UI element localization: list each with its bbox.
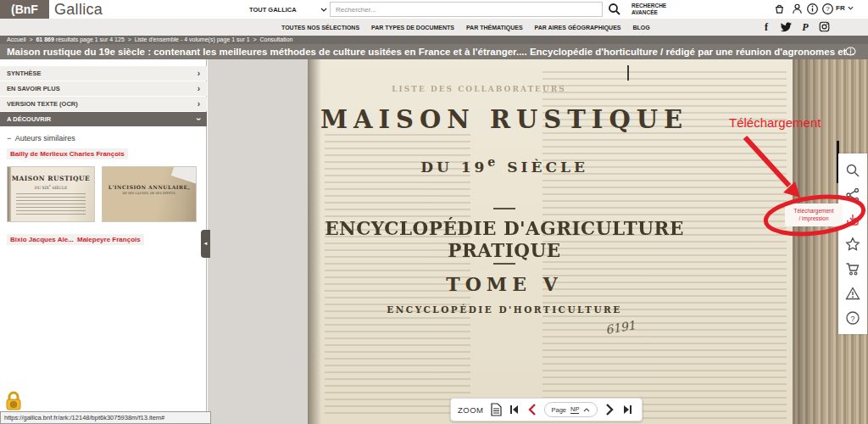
sidebar-section-label: EN SAVOIR PLUS	[7, 85, 60, 92]
chevron-down-icon	[320, 8, 327, 12]
scan-main-title: MAISON RUSTIQUE	[314, 105, 695, 134]
download-icon[interactable]	[845, 212, 860, 227]
scan-tome: TOME V	[314, 273, 695, 295]
facebook-icon[interactable]: f	[760, 21, 772, 33]
first-page-button[interactable]	[509, 403, 520, 416]
sidebar-section-label: SYNTHÈSE	[7, 70, 41, 77]
language-label: FR	[836, 4, 845, 12]
sidebar-section-en-savoir-plus[interactable]: EN SAVOIR PLUS ›	[0, 81, 207, 96]
twitter-icon[interactable]	[780, 21, 792, 33]
nav-item-aires[interactable]: PAR AIRES GÉOGRAPHIQUES	[535, 25, 621, 31]
decorative-rule	[314, 252, 695, 268]
share-icon[interactable]	[845, 187, 860, 203]
advanced-search-link[interactable]: RECHERCHE AVANCÉE	[632, 3, 666, 15]
scan-subtitle: DU 19e SIÈCLE	[314, 155, 695, 176]
author-link-malepeyre[interactable]: Malepeyre François	[74, 234, 144, 245]
zoom-button[interactable]: ZOOM	[458, 405, 484, 415]
chevron-right-icon: ›	[198, 97, 200, 111]
nav-item-selections[interactable]: TOUTES NOS SÉLECTIONS	[281, 25, 359, 31]
minus-icon: −	[7, 134, 11, 142]
chevron-right-icon: ›	[198, 81, 200, 96]
gallica-brand[interactable]: Gallica	[54, 0, 103, 19]
next-page-button[interactable]	[604, 403, 615, 416]
author-link-bixio[interactable]: Bixio Jacques Ale...	[7, 234, 77, 245]
breadcrumb-sep: >	[29, 36, 32, 42]
page-label: Page	[552, 406, 567, 414]
chevron-down-icon	[848, 6, 854, 10]
gallica-page: (BnF Gallica TOUT GALLICA RECHERCHE AVAN…	[0, 0, 868, 424]
thumbnails-icon[interactable]	[491, 403, 502, 416]
sidebar: SYNTHÈSE › EN SAVOIR PLUS › VERSION TEXT…	[0, 59, 207, 424]
header: (BnF Gallica TOUT GALLICA RECHERCHE AVAN…	[0, 0, 868, 19]
help-icon[interactable]: ?	[821, 3, 835, 16]
svg-text:?: ?	[826, 5, 830, 13]
related-thumbnail-incision-annulaire[interactable]: L'INCISION ANNULAIRE, DE SES CAUSES, DE …	[102, 166, 197, 222]
sidebar-section-synthese[interactable]: SYNTHÈSE ›	[0, 66, 207, 81]
download-tooltip-line1: Téléchargement	[785, 207, 843, 215]
thumbnail-subtitle: DU XIXe SIÈCLE	[8, 184, 94, 190]
breadcrumb-count: 61 869	[36, 36, 53, 42]
author-link-bailly[interactable]: Bailly de Merlieux Charles François	[7, 148, 128, 159]
last-page-button[interactable]	[621, 403, 633, 416]
notice-info-icon[interactable]	[845, 47, 856, 56]
download-tooltip-line2: / impression	[785, 215, 843, 222]
breadcrumb-results[interactable]: résultats page 1 sur 4 125	[56, 36, 125, 42]
scope-select[interactable]: TOUT GALLICA	[249, 3, 327, 16]
breadcrumb-list[interactable]: Liste d'ensemble - 4 volume(s) page 1 su…	[135, 36, 250, 42]
viewer-side-toolbar: ?	[838, 153, 867, 334]
nav-item-blog[interactable]: BLOG	[633, 25, 650, 31]
thumbnail-title: L'INCISION ANNULAIRE,	[103, 184, 196, 190]
svg-text:?: ?	[850, 314, 854, 322]
language-select[interactable]: FR	[836, 4, 854, 12]
chevron-up-icon	[583, 408, 590, 412]
main-nav: TOUTES NOS SÉLECTIONS PAR TYPES DE DOCUM…	[0, 19, 868, 36]
page-value[interactable]: NP	[570, 405, 579, 414]
document-title: Maison rustique du 19e siècle : contenan…	[7, 47, 854, 57]
sidebar-section-label: VERSION TEXTE (OCR)	[7, 100, 78, 108]
breadcrumb: Accueil > 61 869 résultats page 1 sur 4 …	[0, 36, 868, 44]
padlock-icon	[4, 390, 23, 411]
chevron-down-icon: ›	[192, 118, 205, 120]
bnf-logo[interactable]: (BnF	[0, 0, 49, 19]
page-number-control[interactable]: Page NP	[544, 402, 598, 417]
star-icon[interactable]	[845, 237, 860, 252]
previous-page-button[interactable]	[527, 403, 537, 416]
scan-section-title: ENCYCLOPÉDIE D'HORTICULTURE	[314, 304, 695, 315]
nav-item-thematiques[interactable]: PAR THÉMATIQUES	[466, 25, 523, 31]
report-problem-icon[interactable]	[845, 286, 860, 301]
page-mark	[627, 65, 629, 81]
viewer-bottom-toolbar: ZOOM Page NP	[450, 398, 643, 421]
pinterest-icon[interactable]: P	[799, 21, 811, 33]
info-icon[interactable]	[806, 3, 820, 16]
help-icon[interactable]: ?	[845, 310, 860, 326]
search-input[interactable]	[330, 2, 603, 17]
nav-item-types[interactable]: PAR TYPES DE DOCUMENTS	[371, 25, 454, 31]
scanned-text-block: MAISON RUSTIQUE DU 19e SIÈCLE ENCYCLOPÉD…	[314, 59, 695, 424]
document-title-bar: Maison rustique du 19e siècle : contenan…	[0, 44, 868, 59]
instagram-icon[interactable]	[819, 21, 831, 33]
similar-authors-label: Auteurs similaires	[15, 134, 75, 142]
basket-icon[interactable]	[773, 3, 787, 16]
sidebar-section-label: A DÉCOUVRIR	[7, 115, 51, 123]
cart-icon[interactable]	[845, 261, 860, 276]
thumbnail-title: MAISON RUSTIQUE	[8, 175, 94, 182]
sidebar-section-version-texte[interactable]: VERSION TEXTE (OCR) ›	[0, 97, 207, 111]
breadcrumb-sep: >	[128, 36, 131, 42]
breadcrumb-current: Consultation	[260, 36, 293, 42]
similar-authors-group[interactable]: − Auteurs similaires	[7, 134, 75, 142]
sidebar-collapse-handle[interactable]: ◄	[201, 230, 210, 258]
thumbnail-text-lines	[16, 193, 86, 215]
thumbnail-subtitle: DE SES CAUSES, DE SES EFFETS,	[103, 192, 196, 195]
document-viewer[interactable]: LISTE DES COLLABORATEURS MAISON RUSTIQUE…	[208, 59, 868, 424]
search-button[interactable]	[608, 2, 623, 17]
advanced-search-line1: RECHERCHE	[632, 3, 666, 9]
book-spine	[8, 167, 11, 221]
sidebar-section-a-decouvrir[interactable]: A DÉCOUVRIR ›	[0, 112, 207, 126]
magnifier-icon[interactable]	[845, 163, 860, 178]
user-icon[interactable]	[791, 3, 804, 16]
download-tooltip: Téléchargement / impression	[785, 204, 843, 226]
breadcrumb-home[interactable]: Accueil	[7, 36, 26, 42]
decorative-rule	[314, 197, 695, 213]
related-thumbnail-maison-rustique[interactable]: MAISON RUSTIQUE DU XIXe SIÈCLE	[7, 166, 95, 222]
status-url-bar: https://gallica.bnf.fr/ark:/12148/bpt6k3…	[0, 411, 211, 424]
